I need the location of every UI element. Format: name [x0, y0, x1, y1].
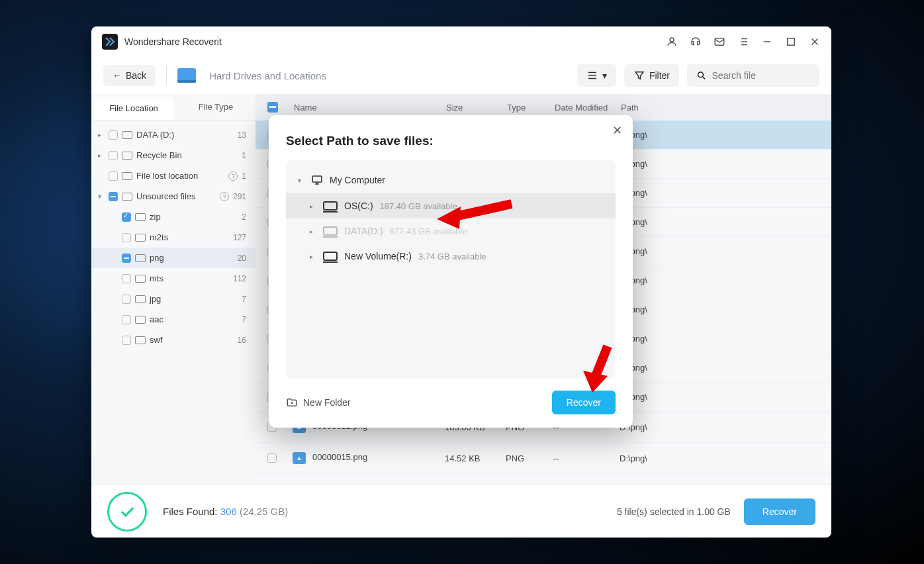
drive-available: 187.40 GB available — [380, 201, 457, 211]
folder-icon — [122, 152, 132, 160]
col-size[interactable]: Size — [446, 103, 507, 113]
cell-path: D:\png\ — [620, 392, 819, 402]
help-icon[interactable]: ? — [228, 171, 238, 181]
cell-date: -- — [553, 453, 620, 463]
drive-name: OS(C:) — [344, 201, 373, 211]
user-icon[interactable] — [666, 36, 678, 48]
tree-item-data--d--[interactable]: ▸ DATA (D:) 13 — [91, 124, 255, 145]
modal-recover-button[interactable]: Recover — [552, 391, 616, 414]
tree-label: mts — [150, 273, 229, 283]
tree-label: swf — [150, 335, 234, 345]
recover-button[interactable]: Recover — [744, 498, 815, 525]
tree-label: jpg — [150, 294, 238, 304]
view-mode-button[interactable]: ▾ — [577, 64, 616, 87]
filter-label: Filter — [649, 70, 670, 81]
checkbox[interactable] — [122, 274, 131, 283]
modal-title: Select Path to save files: — [286, 134, 616, 148]
col-path[interactable]: Path — [621, 103, 819, 113]
arrow-left-icon: ← — [113, 70, 122, 81]
path-drive-datad: ▸ DATA(D:) 877.43 GB available — [286, 218, 616, 244]
help-icon[interactable]: ? — [220, 192, 229, 201]
tree-item-recycle-bin[interactable]: ▸ Recycle Bin 1 — [91, 145, 255, 165]
svg-point-0 — [670, 38, 674, 42]
maximize-icon[interactable] — [785, 36, 797, 48]
chevron-down-icon: ▾ — [602, 70, 607, 81]
tree-item-jpg[interactable]: jpg 7 — [91, 289, 255, 309]
search-icon — [696, 70, 707, 81]
close-icon[interactable] — [809, 36, 821, 48]
cell-path: D:\png\ — [620, 246, 819, 256]
tree-item-unsourced-files[interactable]: ▾ Unsourced files ? 291 — [91, 186, 255, 207]
expand-icon: ▸ — [98, 152, 105, 159]
breadcrumb: Hard Drives and Locations — [209, 70, 571, 81]
cell-path: D:\png\ — [620, 217, 819, 227]
tab-file-type[interactable]: File Type — [176, 94, 255, 120]
checkbox[interactable] — [109, 130, 118, 140]
folder-icon — [135, 336, 146, 344]
checkbox[interactable] — [122, 315, 131, 324]
path-my-computer[interactable]: ▾ My Computer — [286, 167, 616, 193]
back-button[interactable]: ← Back — [103, 65, 156, 86]
expand-icon: ▸ — [310, 253, 316, 260]
svg-point-3 — [698, 72, 704, 77]
checkbox[interactable] — [122, 212, 131, 222]
sidebar-tabs: File Location File Type — [91, 94, 255, 120]
modal-footer: New Folder Recover — [286, 391, 616, 414]
new-folder-button[interactable]: New Folder — [286, 397, 351, 408]
expand-icon: ▸ — [310, 203, 316, 210]
col-name[interactable]: Name — [294, 103, 446, 113]
tree-item-aac[interactable]: aac 7 — [91, 309, 255, 330]
row-checkbox[interactable] — [267, 453, 277, 463]
back-label: Back — [126, 70, 146, 81]
cell-size: 14.52 KB — [445, 453, 506, 463]
col-date[interactable]: Date Modified — [555, 103, 621, 113]
tree-item-png[interactable]: png 20 — [91, 248, 255, 268]
minimize-icon[interactable] — [761, 36, 773, 48]
checkbox[interactable] — [122, 254, 131, 263]
drive-name: DATA(D:) — [344, 226, 383, 236]
col-type[interactable]: Type — [507, 103, 555, 113]
tree-item-m2ts[interactable]: m2ts 127 — [91, 227, 255, 248]
tree-label: Unsourced files — [136, 191, 214, 201]
menu-list-icon[interactable] — [737, 36, 749, 48]
headset-icon[interactable] — [690, 36, 702, 48]
search-box[interactable] — [687, 64, 819, 87]
tab-file-location[interactable]: File Location — [94, 97, 173, 120]
cell-path: D:\png\ — [620, 188, 819, 198]
tree-item-file-lost-location[interactable]: File lost location ? 1 — [91, 165, 255, 186]
tree-label: Recycle Bin — [136, 150, 238, 160]
path-tree: ▾ My Computer ▸ OS(C:) 187.40 GB availab… — [286, 160, 616, 379]
new-folder-label: New Folder — [303, 397, 351, 408]
cell-path: D:\png\ — [620, 363, 819, 373]
checkbox[interactable] — [109, 171, 118, 181]
selection-summary: 5 file(s) selected in 1.00 GB — [617, 506, 731, 517]
path-drive-newvolumer[interactable]: ▸ New Volume(R:) 3.74 GB available — [286, 244, 616, 269]
tree-label: m2ts — [150, 232, 229, 242]
image-icon: ▲ — [293, 452, 306, 464]
cell-path: D:\png\ — [620, 453, 819, 463]
table-row[interactable]: ▲00000015.png 14.52 KB PNG -- D:\png\ — [255, 443, 831, 474]
tree-item-zip[interactable]: zip 2 — [91, 207, 255, 227]
cell-path: D:\png\ — [620, 334, 819, 344]
tree-count: 16 — [238, 336, 246, 345]
drive-available: 877.43 GB available — [390, 226, 467, 236]
folder-icon — [135, 213, 146, 221]
tree-item-swf[interactable]: swf 16 — [91, 330, 255, 350]
checkbox[interactable] — [122, 295, 131, 304]
tree-count: 1 — [242, 151, 246, 160]
modal-close-button[interactable]: ✕ — [612, 123, 622, 138]
collapse-icon: ▾ — [298, 177, 304, 184]
checkbox[interactable] — [122, 336, 131, 345]
checkbox[interactable] — [109, 151, 118, 160]
filter-button[interactable]: Filter — [624, 64, 679, 87]
checkbox[interactable] — [122, 233, 131, 242]
select-all-checkbox[interactable] — [267, 102, 278, 113]
checkbox[interactable] — [109, 192, 118, 201]
search-input[interactable] — [712, 70, 810, 81]
mail-icon[interactable] — [714, 36, 725, 48]
tree-count: 127 — [233, 233, 246, 242]
tree-item-mts[interactable]: mts 112 — [91, 268, 255, 289]
folder-icon — [122, 172, 132, 180]
path-drive-osc[interactable]: ▸ OS(C:) 187.40 GB available — [286, 193, 616, 218]
status-text: Files Found: 306 (24.25 GB) — [163, 506, 617, 517]
